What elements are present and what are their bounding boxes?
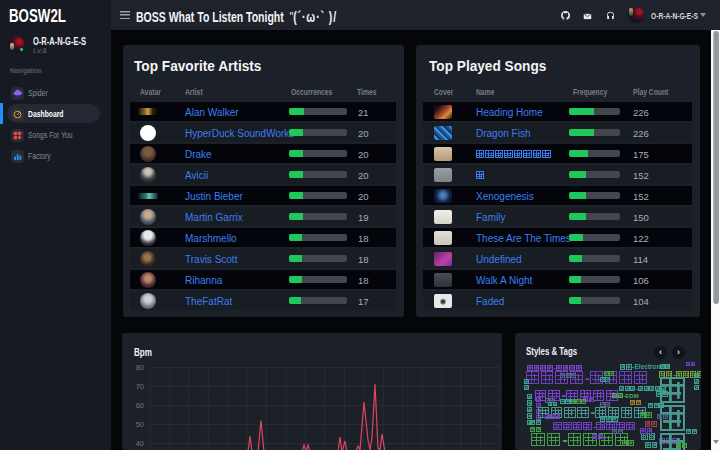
svg-text:50: 50 xyxy=(136,420,144,429)
svg-text:70: 70 xyxy=(136,382,144,391)
svg-text:60: 60 xyxy=(136,401,144,410)
svg-text:40: 40 xyxy=(136,439,144,448)
svg-text:80: 80 xyxy=(136,363,144,372)
